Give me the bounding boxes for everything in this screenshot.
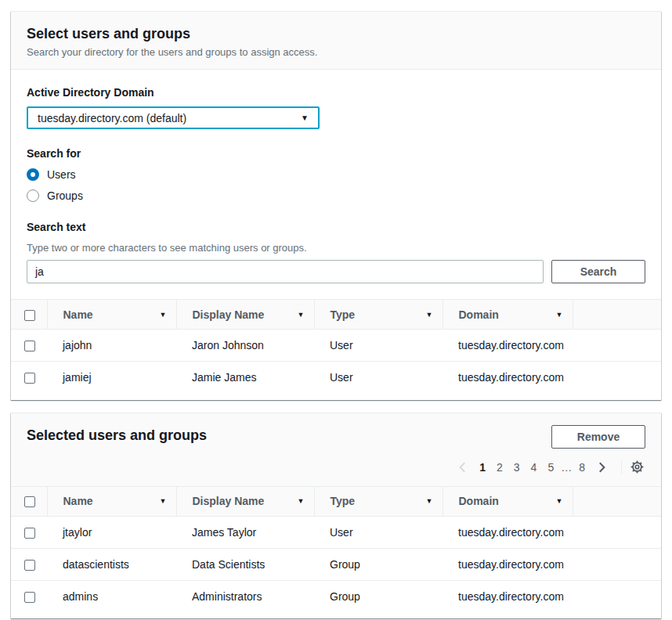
column-header-display-name[interactable]: Display Name▼ [176, 486, 314, 516]
sort-caret-icon: ▼ [556, 311, 563, 319]
pagination-page-current[interactable]: 1 [479, 461, 486, 474]
table-row: datascientists Data Scientists Group tue… [11, 548, 661, 580]
table-footer [11, 612, 661, 618]
select-all-header-cell [11, 486, 47, 516]
row-checkbox-cell [11, 548, 47, 580]
column-header-type[interactable]: Type▼ [314, 300, 443, 330]
panel-body: Active Directory Domain tuesday.director… [11, 70, 661, 299]
search-text-group: Search text Type two or more characters … [27, 220, 645, 283]
search-row: Search [27, 260, 645, 283]
cell-type: User [314, 516, 443, 548]
row-checkbox-cell [11, 516, 47, 548]
dropdown-caret-icon: ▼ [301, 114, 309, 122]
cell-empty [573, 516, 661, 548]
sort-caret-icon: ▼ [160, 497, 167, 505]
cell-display-name: Jamie James [176, 362, 314, 394]
cell-empty [573, 580, 661, 612]
sort-caret-icon: ▼ [298, 497, 305, 505]
row-checkbox-cell [11, 330, 47, 362]
column-header-empty [573, 486, 661, 516]
domain-select[interactable]: tuesday.directory.com (default) ▼ [27, 106, 320, 129]
radio-users-label: Users [47, 168, 76, 182]
sort-caret-icon: ▼ [426, 497, 433, 505]
search-text-label: Search text [27, 220, 645, 234]
cell-empty [573, 548, 661, 580]
row-checkbox-cell [11, 580, 47, 612]
sort-caret-icon: ▼ [556, 497, 563, 505]
cell-name: admins [47, 580, 176, 612]
selected-users-table: Name▼ Display Name▼ Type▼ Domain▼ jtaylo… [11, 486, 661, 613]
cell-display-name: Data Scientists [176, 548, 314, 580]
cell-display-name: Jaron Johnson [176, 330, 314, 362]
select-users-groups-panel: Select users and groups Search your dire… [11, 11, 661, 400]
pagination-page[interactable]: 4 [531, 461, 537, 474]
column-header-domain[interactable]: Domain▼ [443, 300, 573, 330]
cell-display-name: James Taylor [176, 516, 314, 548]
table-settings-button[interactable] [629, 459, 645, 475]
cell-type: User [314, 362, 443, 394]
gear-icon [630, 460, 644, 474]
radio-option-groups[interactable]: Groups [27, 189, 645, 203]
row-checkbox[interactable] [24, 528, 35, 539]
column-header-empty [573, 300, 661, 330]
column-header-display-name[interactable]: Display Name▼ [176, 300, 314, 330]
row-checkbox[interactable] [24, 560, 35, 571]
row-checkbox-cell [11, 362, 47, 394]
radio-option-users[interactable]: Users [27, 168, 645, 182]
row-checkbox[interactable] [24, 341, 35, 351]
cell-display-name: Administrators [176, 580, 314, 612]
domain-field-label: Active Directory Domain [27, 85, 645, 99]
select-all-checkbox[interactable] [24, 496, 35, 507]
domain-select-value: tuesday.directory.com (default) [38, 112, 186, 124]
search-text-description: Type two or more characters to see match… [27, 241, 645, 254]
selected-panel-title: Selected users and groups [27, 426, 207, 445]
remove-button[interactable]: Remove [551, 425, 645, 449]
cell-type: Group [314, 548, 443, 580]
cell-type: User [314, 330, 443, 362]
search-results-table: Name▼ Display Name▼ Type▼ Domain▼ jajohn… [11, 299, 661, 394]
cell-domain: tuesday.directory.com [443, 548, 573, 580]
pagination-page[interactable]: 5 [547, 461, 554, 474]
radio-groups-input[interactable] [27, 189, 39, 202]
pagination-page[interactable]: 3 [514, 461, 520, 474]
table-footer [11, 394, 661, 400]
row-checkbox[interactable] [24, 373, 35, 384]
select-all-header-cell [11, 300, 47, 330]
search-for-label: Search for [27, 146, 645, 160]
cell-name: jtaylor [47, 516, 176, 548]
cell-domain: tuesday.directory.com [443, 330, 573, 362]
cell-empty [573, 330, 661, 362]
selected-panel-header: Selected users and groups Remove 1 2 3 4… [11, 413, 661, 486]
pagination-ellipsis: … [561, 461, 572, 474]
column-header-name[interactable]: Name▼ [47, 486, 176, 516]
radio-users-input[interactable] [27, 168, 39, 181]
column-header-type[interactable]: Type▼ [314, 486, 443, 516]
cell-name: jamiej [47, 362, 176, 394]
radio-groups-label: Groups [47, 189, 83, 203]
column-header-name[interactable]: Name▼ [47, 300, 176, 330]
cell-domain: tuesday.directory.com [443, 516, 573, 548]
panel-description: Search your directory for the users and … [27, 45, 645, 59]
search-input[interactable] [27, 260, 544, 283]
table-row: jajohn Jaron Johnson User tuesday.direct… [11, 330, 661, 362]
pagination-divider [621, 460, 622, 474]
cell-name: jajohn [47, 330, 176, 362]
selected-users-groups-panel: Selected users and groups Remove 1 2 3 4… [11, 413, 661, 619]
select-all-checkbox[interactable] [24, 310, 35, 321]
pagination-prev-icon [457, 461, 469, 474]
column-header-domain[interactable]: Domain▼ [443, 486, 573, 516]
pagination-page[interactable]: 8 [579, 461, 585, 474]
sort-caret-icon: ▼ [426, 311, 433, 319]
row-checkbox[interactable] [24, 592, 35, 603]
pagination-next-icon[interactable] [595, 461, 608, 474]
table-header-row: Name▼ Display Name▼ Type▼ Domain▼ [11, 486, 661, 516]
cell-name: datascientists [47, 548, 176, 580]
table-header-row: Name▼ Display Name▼ Type▼ Domain▼ [11, 300, 661, 330]
search-button[interactable]: Search [551, 260, 645, 283]
cell-domain: tuesday.directory.com [443, 580, 573, 612]
table-row: admins Administrators Group tuesday.dire… [11, 580, 661, 612]
pagination-page[interactable]: 2 [497, 461, 503, 474]
panel-title: Select users and groups [27, 24, 645, 43]
search-for-group: Search for Users Groups [27, 146, 645, 203]
sort-caret-icon: ▼ [298, 311, 305, 319]
